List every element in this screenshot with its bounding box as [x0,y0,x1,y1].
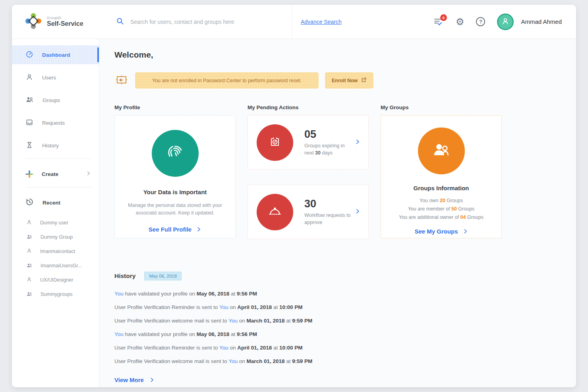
calendar-clock-icon [267,134,283,151]
sidebar-item-dashboard[interactable]: Dashboard [12,45,99,64]
notifications-button[interactable]: 0 [433,17,444,27]
sidebar-item-label: History [42,143,59,149]
my-groups-card: Groups Information You own 20 GroupsYou … [381,115,502,238]
user-icon [25,73,33,82]
recent-item[interactable]: Dummy user [12,216,99,230]
history-title: History [114,272,135,280]
sidebar-item-create[interactable]: Create [12,164,99,183]
my-profile-card: Your Data is Important Manage the person… [114,115,236,238]
sidebar-item-history[interactable]: History [12,136,99,155]
see-full-profile-label: See Full Profile [149,226,191,233]
password-enrollment-banner: You are not enrolled in Password Center … [135,72,319,89]
recent-history-clock-icon [25,198,34,207]
sidebar-item-label: Dashboard [42,52,70,58]
stat-pre: You are member of [408,206,451,212]
groups-expiring-card[interactable]: 05 Groups expiring in next 30 days [248,115,369,170]
history-text: at [229,291,237,297]
page-title: Welcome, [114,50,576,60]
pending-label: Groups expiring in next 30 days [304,142,353,156]
active-indicator-bar [97,47,99,62]
stat-post: Groups [466,214,483,220]
search-input[interactable] [130,19,265,25]
history-you-link[interactable]: You [228,318,238,324]
advance-search-link[interactable]: Advance Search [301,19,342,25]
enroll-now-button[interactable]: Enroll Now [325,72,373,89]
recent-item[interactable]: Summygroups [12,287,99,301]
workflow-dome-badge [257,194,293,230]
app-window: GroupID Self-Service Advance Search 0 ⚙ [12,5,576,387]
sidebar-item-recent[interactable]: Recent [12,193,99,212]
workflow-requests-card[interactable]: 30 Workflow requests to approve [248,185,369,239]
dashboard-speedometer-icon [25,50,33,60]
main-content: Welcome, You are not enrolled in Passwor… [99,39,576,387]
history-text: 9:59 PM [292,318,312,324]
history-date-badge: May 06, 2018 [144,272,182,280]
recent-item[interactable]: UX/UIDesigner [12,273,99,287]
history-you-link[interactable]: You [228,358,238,364]
history-text: on [228,345,238,351]
history-you-link[interactable]: You [114,331,124,337]
history-text: 10:00 PM [279,345,303,351]
history-entry: User Profile Verification Reminder is se… [114,304,576,310]
sidebar-item-label: Users [42,75,56,81]
my-groups-section: My Groups G [381,104,502,254]
see-full-profile-link[interactable]: See Full Profile [149,226,201,233]
user-icon [26,276,32,284]
sidebar-item-label: Requests [42,120,65,126]
history-you-link[interactable]: You [219,304,228,310]
stat-post: Groups [457,206,474,212]
recent-item[interactable]: ImanmaiUsersGr... [12,259,99,273]
brand-name: GroupID Self-Service [47,16,83,27]
stat-number: 50 [451,206,457,212]
recent-item[interactable]: Imanmaicontact [12,244,99,259]
history-entry: You have validated your profile on May 0… [114,331,576,337]
see-my-groups-label: See My Groups [414,228,458,235]
see-my-groups-link[interactable]: See My Groups [414,228,468,235]
hourglass-icon [25,141,33,150]
app-logo[interactable]: GroupID Self-Service [12,12,99,31]
history-text: April 01, 2018 [237,345,272,351]
history-you-link[interactable]: You [219,345,228,351]
history-you-link[interactable]: You [114,291,124,297]
history-section: History May 06, 2018 You have validated … [114,272,576,384]
history-text: have validated your profile on [124,291,197,297]
user-avatar[interactable] [497,14,514,30]
view-more-link[interactable]: View More [114,377,155,383]
chevron-right-icon[interactable] [355,209,360,216]
user-icon [26,219,32,226]
history-entry: You have validated your profile on May 0… [114,291,576,297]
group-icon [25,95,34,105]
history-text: on [238,318,247,324]
group-icon [26,262,33,270]
group-icon [26,291,33,298]
history-text: User Profile Verification welcome mail i… [114,358,228,364]
history-text: May 06, 2018 [197,291,230,297]
pending-card-info: 05 Groups expiring in next 30 days [304,128,353,156]
history-text: 9:56 PM [237,331,257,337]
section-heading: My Profile [114,104,236,110]
create-label: Create [42,171,58,177]
brand-top-label: GroupID [47,16,83,20]
user-name: Ammad Ahmed [521,18,562,25]
recent-item[interactable]: Dummy Group [12,230,99,244]
help-icon[interactable]: ? [476,17,485,26]
sidebar-item-requests[interactable]: Requests [12,113,99,132]
history-text: at [285,318,292,324]
notification-count-badge: 0 [440,14,447,21]
history-text: 10:00 PM [279,304,303,310]
history-text: at [272,304,279,310]
sidebar-item-users[interactable]: Users [12,68,99,87]
groups-stat-line: You are additional owner of 04 Groups [381,213,501,222]
pending-label-segment: Workflow requests to approve [304,212,350,225]
history-header: History May 06, 2018 [114,272,576,280]
pending-label-segment: 30 [315,150,321,156]
sidebar-item-groups[interactable]: Groups [12,91,99,110]
chevron-right-icon[interactable] [355,139,360,146]
global-search [99,5,292,39]
pending-label: Workflow requests to approve [304,212,353,226]
password-center-icon [114,73,129,89]
settings-gear-icon[interactable]: ⚙ [456,17,464,27]
create-plus-icon [25,170,33,178]
my-pending-actions-section: My Pending Actions [248,104,369,254]
view-more-label: View More [114,377,144,383]
